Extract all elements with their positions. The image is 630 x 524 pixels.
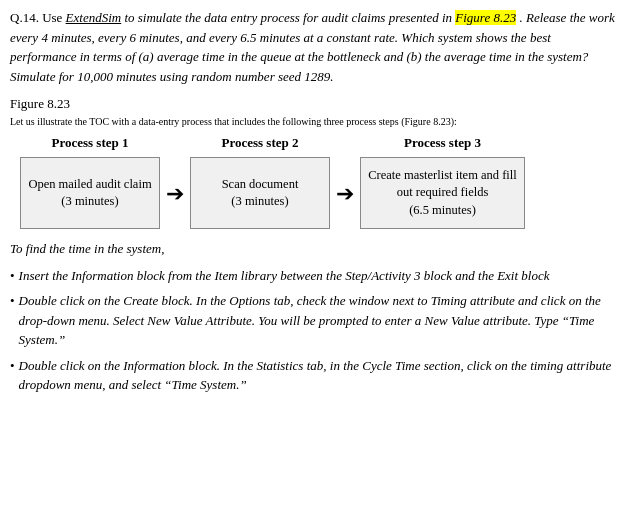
arrow-2: ➔ [336, 183, 354, 205]
process-step-3: Process step 3 Create masterlist item an… [360, 135, 525, 229]
step2-text: Scan document(3 minutes) [222, 176, 299, 211]
step2-box: Scan document(3 minutes) [190, 157, 330, 229]
software-name: ExtendSim [66, 10, 122, 25]
step2-label: Process step 2 [221, 135, 298, 151]
bullet-3: • Double click on the Information block.… [10, 356, 620, 395]
figure-title: Figure 8.23 [10, 96, 620, 112]
bullet-2-text: Double click on the Create block. In the… [19, 291, 620, 350]
process-step-1: Process step 1 Open mailed audit claim(3… [20, 135, 160, 229]
step3-text: Create masterlist item and fill out requ… [365, 167, 520, 220]
question-number: Q.14. [10, 10, 39, 25]
process-diagram: Process step 1 Open mailed audit claim(3… [10, 135, 620, 229]
process-step-2: Process step 2 Scan document(3 minutes) [190, 135, 330, 229]
instructions-intro: To find the time in the system, [10, 239, 620, 260]
bottleneck-word: bottleneck [327, 49, 380, 64]
bullet-3-text: Double click on the Information block. I… [19, 356, 620, 395]
bullet-1: • Insert the Information block from the … [10, 266, 620, 286]
arrow-1: ➔ [166, 183, 184, 205]
instructions-block: To find the time in the system, • Insert… [10, 239, 620, 395]
step1-label: Process step 1 [51, 135, 128, 151]
bullet-1-text: Insert the Information block from the It… [19, 266, 550, 286]
bullet-char-2: • [10, 291, 15, 350]
question-use-label: Use [42, 10, 62, 25]
bullet-2: • Double click on the Create block. In t… [10, 291, 620, 350]
bullet-char-3: • [10, 356, 15, 395]
step3-label: Process step 3 [404, 135, 481, 151]
step3-box: Create masterlist item and fill out requ… [360, 157, 525, 229]
step1-box: Open mailed audit claim(3 minutes) [20, 157, 160, 229]
figure-subtitle: Let us illustrate the TOC with a data-en… [10, 116, 620, 127]
figure-ref-highlight: Figure 8.23 [455, 10, 516, 25]
step1-text: Open mailed audit claim(3 minutes) [28, 176, 151, 211]
question-text1: to simulate the data entry process for a… [124, 10, 452, 25]
bullet-char-1: • [10, 266, 15, 286]
question-block: Q.14. Use ExtendSim to simulate the data… [10, 8, 620, 86]
